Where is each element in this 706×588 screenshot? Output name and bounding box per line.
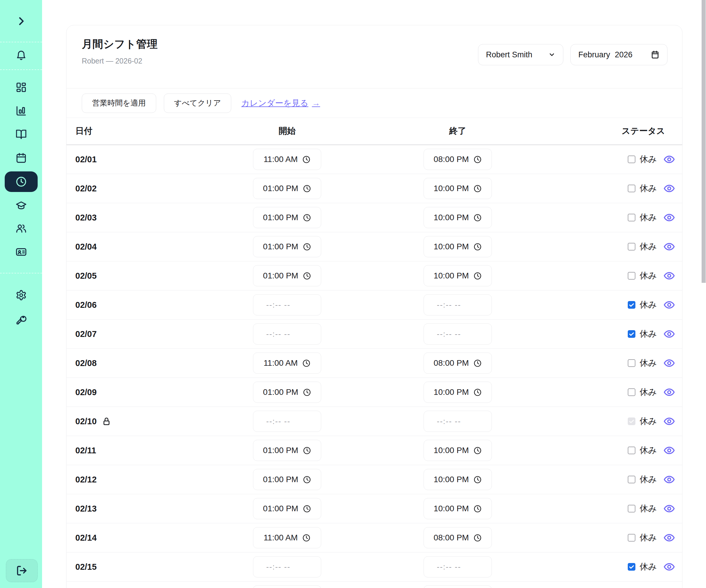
clock-icon — [303, 243, 311, 251]
view-day-button[interactable] — [663, 182, 675, 194]
start-time-input[interactable]: 01:00 PM — [253, 440, 321, 461]
day-off-checkbox[interactable] — [628, 359, 635, 367]
start-time-input[interactable]: --:-- -- — [253, 411, 321, 432]
scrollbar-thumb[interactable] — [702, 0, 706, 283]
row-date: 02/07 — [75, 329, 97, 339]
notifications-button[interactable] — [14, 48, 29, 63]
view-day-button[interactable] — [663, 241, 675, 253]
start-time-input[interactable]: 11:00 AM — [253, 149, 321, 170]
start-time-input[interactable]: --:-- -- — [253, 294, 321, 316]
view-day-button[interactable] — [663, 212, 675, 223]
start-time-value: 11:00 AM — [264, 155, 298, 164]
clock-icon — [473, 184, 482, 193]
end-time-input[interactable]: 08:00 PM — [424, 527, 492, 548]
nav-handbook[interactable] — [14, 127, 29, 142]
end-time-input[interactable]: 10:00 PM — [424, 440, 492, 461]
start-time-input[interactable]: 11:00 AM — [253, 352, 321, 374]
view-day-button[interactable] — [663, 328, 675, 340]
day-off-checkbox[interactable] — [628, 447, 635, 454]
day-off-checkbox[interactable] — [628, 214, 635, 221]
nav-api-keys[interactable] — [14, 312, 29, 327]
day-off-checkbox[interactable] — [628, 156, 635, 163]
view-day-button[interactable] — [663, 503, 675, 514]
view-day-button[interactable] — [663, 299, 675, 311]
start-time-value: 01:00 PM — [263, 504, 298, 513]
day-off-checkbox[interactable] — [628, 476, 635, 483]
end-time-input[interactable]: --:-- -- — [424, 411, 492, 432]
eye-icon — [663, 415, 675, 427]
clock-icon — [302, 534, 311, 542]
end-time-input[interactable]: 10:00 PM — [424, 178, 492, 199]
eye-icon — [663, 532, 675, 544]
start-time-input[interactable]: 01:00 PM — [253, 178, 321, 199]
table-row: 02/08 11:00 AM 08:00 PM 休み — [67, 349, 682, 378]
end-time-input[interactable]: 10:00 PM — [424, 469, 492, 490]
sidebar-toggle-button[interactable] — [14, 14, 29, 29]
employee-select[interactable]: Robert Smith — [478, 44, 563, 65]
nav-analytics[interactable] — [14, 103, 29, 118]
day-off-checkbox[interactable] — [628, 534, 635, 542]
view-day-button[interactable] — [663, 270, 675, 282]
end-time-input[interactable]: 10:00 PM — [424, 265, 492, 286]
nav-calendar[interactable] — [14, 151, 29, 165]
start-time-input[interactable]: --:-- -- — [253, 323, 321, 345]
start-time-input[interactable]: 11:00 AM — [253, 527, 321, 548]
table-header: 日付 開始 終了 ステータス — [67, 118, 682, 145]
nav-shifts-active[interactable] — [5, 171, 38, 192]
row-date: 02/04 — [75, 242, 97, 252]
view-day-button[interactable] — [663, 386, 675, 398]
day-off-checkbox[interactable] — [628, 301, 635, 309]
view-day-button[interactable] — [663, 532, 675, 544]
view-day-button[interactable] — [663, 561, 675, 573]
end-time-input[interactable]: 10:00 PM — [424, 585, 492, 588]
end-time-input[interactable]: 10:00 PM — [424, 382, 492, 403]
start-time-input[interactable]: 01:00 PM — [253, 265, 321, 286]
chevron-down-icon — [548, 51, 555, 58]
view-calendar-link[interactable]: カレンダーを見る→ — [241, 97, 320, 109]
view-day-button[interactable] — [663, 154, 675, 165]
view-day-button[interactable] — [663, 445, 675, 456]
end-time-input[interactable]: --:-- -- — [424, 556, 492, 577]
start-time-input[interactable]: 01:00 PM — [253, 469, 321, 490]
eye-icon — [663, 386, 675, 398]
logout-button[interactable] — [6, 559, 38, 582]
nav-staff[interactable] — [14, 221, 29, 236]
end-time-input[interactable]: --:-- -- — [424, 323, 492, 345]
eye-icon — [663, 270, 675, 282]
view-day-button[interactable] — [663, 415, 675, 427]
day-off-checkbox[interactable] — [628, 185, 635, 192]
nav-id-card[interactable] — [14, 245, 29, 259]
day-off-checkbox[interactable] — [628, 505, 635, 512]
day-off-checkbox[interactable] — [628, 243, 635, 251]
clock-icon — [473, 271, 482, 280]
start-time-input[interactable]: 01:00 PM — [253, 207, 321, 228]
day-off-checkbox[interactable] — [628, 563, 635, 571]
start-time-input[interactable]: 01:00 PM — [253, 236, 321, 257]
start-time-input[interactable]: --:-- -- — [253, 556, 321, 577]
sidebar-divider — [0, 273, 42, 274]
end-time-input[interactable]: 10:00 PM — [424, 207, 492, 228]
nav-settings[interactable] — [14, 288, 29, 302]
day-off-checkbox[interactable] — [628, 330, 635, 338]
nav-training[interactable] — [14, 198, 29, 213]
end-time-input[interactable]: 10:00 PM — [424, 236, 492, 257]
day-off-label: 休み — [639, 532, 657, 544]
nav-dashboard[interactable] — [14, 80, 29, 95]
day-off-checkbox[interactable] — [628, 272, 635, 280]
end-time-input[interactable]: 10:00 PM — [424, 498, 492, 519]
start-time-input[interactable]: 01:00 PM — [253, 585, 321, 588]
view-day-button[interactable] — [663, 474, 675, 486]
end-time-value: 10:00 PM — [434, 446, 469, 455]
clear-all-button[interactable]: すべてクリア — [164, 93, 232, 113]
end-time-input[interactable]: --:-- -- — [424, 294, 492, 316]
day-off-label: 休み — [639, 154, 657, 165]
end-time-value: --:-- -- — [437, 562, 461, 572]
start-time-input[interactable]: 01:00 PM — [253, 382, 321, 403]
view-day-button[interactable] — [663, 357, 675, 369]
end-time-input[interactable]: 08:00 PM — [424, 149, 492, 170]
day-off-checkbox[interactable] — [628, 388, 635, 396]
apply-business-hours-button[interactable]: 営業時間を適用 — [82, 93, 156, 113]
end-time-input[interactable]: 08:00 PM — [424, 352, 492, 374]
month-picker-input[interactable]: February 2026 — [571, 44, 667, 65]
start-time-input[interactable]: 01:00 PM — [253, 498, 321, 519]
